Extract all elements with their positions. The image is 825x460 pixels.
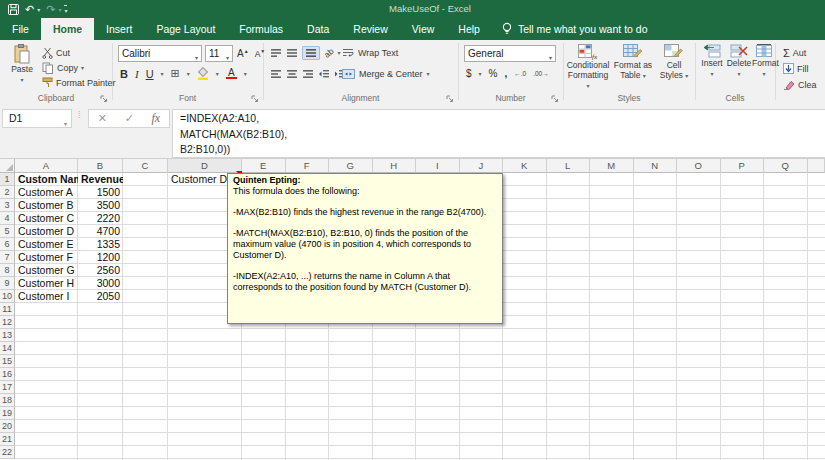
fill-color-button[interactable] xyxy=(197,67,209,80)
conditional-formatting-button[interactable]: fx Conditional Formatting ▾ xyxy=(566,44,610,91)
cell-A6-name[interactable]: Customer E xyxy=(15,238,78,251)
row-header-19[interactable]: 19 xyxy=(0,407,15,420)
tab-home[interactable]: Home xyxy=(41,18,94,40)
borders-dropdown-icon[interactable]: ▾ xyxy=(187,70,190,77)
column-header-E[interactable]: E xyxy=(242,159,286,173)
insert-function-icon[interactable]: fx xyxy=(152,111,161,126)
row-header-5[interactable]: 5 xyxy=(0,225,15,238)
row-header-22[interactable]: 22 xyxy=(0,446,15,459)
row-header-11[interactable]: 11 xyxy=(0,303,15,316)
fill-button[interactable]: Fill xyxy=(783,62,809,75)
number-format-dropdown-icon[interactable]: ▾ xyxy=(549,51,552,66)
alignment-dialog-launcher-icon[interactable] xyxy=(446,95,454,103)
column-header-C[interactable]: C xyxy=(123,159,168,173)
delete-cells-button[interactable]: Delete ▾ xyxy=(726,44,752,79)
name-box-dropdown-icon[interactable]: ▾ xyxy=(64,116,67,133)
tab-formulas[interactable]: Formulas xyxy=(227,18,295,40)
cell-B1-header[interactable]: Revenue xyxy=(78,173,123,186)
font-color-dropdown-icon[interactable]: ▾ xyxy=(244,70,247,77)
cell-A10-name[interactable]: Customer I xyxy=(15,290,78,303)
column-header-B[interactable]: B xyxy=(78,159,123,173)
save-icon[interactable] xyxy=(8,4,19,15)
accounting-format-button[interactable]: $ xyxy=(466,68,472,79)
cell-styles-button[interactable]: Cell Styles ▾ xyxy=(656,44,692,81)
select-all-corner[interactable] xyxy=(0,159,15,173)
align-top-icon[interactable] xyxy=(270,48,282,58)
copy-button[interactable]: Copy ▾ xyxy=(42,61,84,74)
underline-dropdown-icon[interactable]: ▾ xyxy=(161,70,164,77)
font-size-combo[interactable]: 11 ▾ xyxy=(205,45,233,62)
cell-B10-revenue[interactable]: 2050 xyxy=(78,290,123,303)
increase-decimal-button[interactable]: ←.0 xyxy=(514,70,526,77)
format-painter-button[interactable]: Format Painter xyxy=(42,76,116,89)
align-right-icon[interactable] xyxy=(302,69,314,79)
row-header-3[interactable]: 3 xyxy=(0,199,15,212)
merge-center-dropdown-icon[interactable]: ▾ xyxy=(427,70,430,77)
column-header-P[interactable]: P xyxy=(721,159,765,173)
undo-icon[interactable]: ↶ xyxy=(25,0,34,18)
cell-A4-name[interactable]: Customer C xyxy=(15,212,78,225)
align-left-icon[interactable] xyxy=(270,69,282,79)
row-header-14[interactable]: 14 xyxy=(0,342,15,355)
tab-file[interactable]: File xyxy=(0,18,41,40)
cell-B4-revenue[interactable]: 2220 xyxy=(78,212,123,225)
undo-dropdown-icon[interactable]: ▾ xyxy=(37,6,40,13)
insert-cells-button[interactable]: Insert ▾ xyxy=(700,44,724,79)
insert-dropdown-icon[interactable]: ▾ xyxy=(710,71,713,77)
row-header-13[interactable]: 13 xyxy=(0,329,15,342)
row-header-21[interactable]: 21 xyxy=(0,433,15,446)
row-header-9[interactable]: 9 xyxy=(0,277,15,290)
row-header-18[interactable]: 18 xyxy=(0,394,15,407)
paste-button[interactable]: Paste ▾ xyxy=(6,44,38,85)
number-format-combo[interactable]: General ▾ xyxy=(464,45,556,62)
conditional-formatting-dropdown-icon[interactable]: ▾ xyxy=(586,83,589,89)
tab-help[interactable]: Help xyxy=(446,18,492,40)
format-as-table-button[interactable]: Format as Table ▾ xyxy=(613,44,653,81)
redo-icon[interactable]: ↷ xyxy=(46,0,55,18)
cell-A2-name[interactable]: Customer A xyxy=(15,186,78,199)
shrink-font-button[interactable]: A▼ xyxy=(255,48,266,59)
autosum-button[interactable]: Σ Aut xyxy=(783,46,806,59)
underline-button[interactable]: U xyxy=(146,68,154,80)
font-color-button[interactable]: A xyxy=(226,68,237,80)
row-header-2[interactable]: 2 xyxy=(0,186,15,199)
cut-button[interactable]: Cut xyxy=(42,46,70,59)
customize-qat-icon[interactable]: ▾ xyxy=(64,5,67,14)
column-header-I[interactable]: I xyxy=(416,159,460,173)
italic-button[interactable]: I xyxy=(135,68,139,80)
formula-input[interactable]: =INDEX(A2:A10, MATCH(MAX(B2:B10), B2:B10… xyxy=(172,109,825,158)
cell-B7-revenue[interactable]: 1200 xyxy=(78,251,123,264)
row-header-17[interactable]: 17 xyxy=(0,381,15,394)
cell-styles-dropdown-icon[interactable]: ▾ xyxy=(685,73,688,79)
formula-bar-resize-handle[interactable]: ⁞ xyxy=(78,110,81,120)
comma-style-button[interactable]: , xyxy=(504,68,507,79)
column-header-D[interactable]: D xyxy=(168,159,242,173)
font-name-combo[interactable]: Calibri ▾ xyxy=(118,45,202,62)
column-header-M[interactable]: M xyxy=(590,159,634,173)
row-header-1[interactable]: 1 xyxy=(0,173,15,186)
align-center-icon[interactable] xyxy=(286,69,298,79)
delete-dropdown-icon[interactable]: ▾ xyxy=(737,71,740,77)
tab-insert[interactable]: Insert xyxy=(94,18,144,40)
cell-B8-revenue[interactable]: 2560 xyxy=(78,264,123,277)
cancel-formula-icon[interactable]: ✕ xyxy=(98,112,107,125)
decrease-decimal-button[interactable]: .00→ xyxy=(533,70,549,77)
orientation-dropdown-icon[interactable]: ▾ xyxy=(337,49,340,56)
tab-view[interactable]: View xyxy=(400,18,447,40)
cell-A1-header[interactable]: Custom Name xyxy=(15,173,78,186)
font-dialog-launcher-icon[interactable] xyxy=(251,95,259,103)
cell-B9-revenue[interactable]: 3000 xyxy=(78,277,123,290)
cell-B5-revenue[interactable]: 4700 xyxy=(78,225,123,238)
wrap-text-button[interactable]: Wrap Text xyxy=(342,46,398,59)
decrease-indent-icon[interactable] xyxy=(318,69,330,79)
cell-A8-name[interactable]: Customer G xyxy=(15,264,78,277)
grow-font-button[interactable]: A▲ xyxy=(237,48,249,59)
cell-A9-name[interactable]: Customer H xyxy=(15,277,78,290)
column-header-O[interactable]: O xyxy=(677,159,721,173)
font-size-dropdown-icon[interactable]: ▾ xyxy=(226,51,229,66)
tab-page-layout[interactable]: Page Layout xyxy=(144,18,227,40)
enter-formula-icon[interactable]: ✓ xyxy=(125,112,134,125)
tab-review[interactable]: Review xyxy=(341,18,399,40)
row-header-20[interactable]: 20 xyxy=(0,420,15,433)
row-header-7[interactable]: 7 xyxy=(0,251,15,264)
